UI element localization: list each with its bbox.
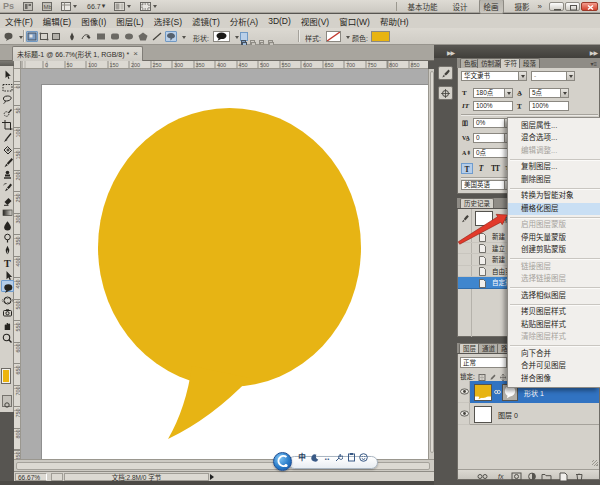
context-menu-item[interactable]: 图层属性... xyxy=(508,120,600,133)
add-shape-area-button[interactable] xyxy=(240,32,248,41)
language-field[interactable]: 美国英语 xyxy=(461,180,513,190)
context-menu-item[interactable]: 选择链接图层 xyxy=(508,273,600,286)
faux-bold-button[interactable]: T xyxy=(461,163,473,174)
menu-item[interactable]: 窗口(W) xyxy=(334,15,375,27)
tool-zoom-icon[interactable] xyxy=(1,331,14,343)
tab-channels[interactable]: 通道 xyxy=(478,343,499,353)
vertical-scale-field[interactable]: 100% xyxy=(473,101,513,111)
mini-bridge-icon[interactable]: Mb xyxy=(42,1,52,11)
font-family-dropdown-icon[interactable] xyxy=(518,72,526,80)
workspace-design[interactable]: 设计 xyxy=(449,0,472,13)
arrange-documents-icon[interactable] xyxy=(114,1,131,11)
context-menu-item[interactable]: 停用矢量蒙版 xyxy=(508,232,600,245)
context-menu-item[interactable]: 复制图层... xyxy=(508,161,600,174)
ruler-corner[interactable] xyxy=(14,61,21,69)
context-menu-item[interactable]: 链接图层 xyxy=(508,261,600,274)
style-none-swatch[interactable] xyxy=(326,31,341,42)
context-menu-item[interactable]: 转换为智能对象 xyxy=(508,190,600,203)
brush-panel-icon[interactable] xyxy=(438,66,453,80)
screen-mode-icon[interactable] xyxy=(140,1,157,11)
context-menu-item[interactable]: 粘贴图层样式 xyxy=(508,319,600,332)
rounded-rectangle-tool-icon[interactable] xyxy=(109,31,121,42)
clipboard-icon[interactable] xyxy=(346,451,356,464)
quick-mask-button[interactable] xyxy=(2,395,12,407)
layer-name[interactable]: 图层 0 xyxy=(498,410,518,420)
menu-item[interactable]: 分析(A) xyxy=(225,15,263,27)
tool-crop-icon[interactable] xyxy=(1,117,14,129)
tool-dodge-icon[interactable] xyxy=(1,230,14,242)
default-colors-icon[interactable] xyxy=(1,361,8,367)
close-button[interactable] xyxy=(581,2,598,11)
font-size-field[interactable]: 180点 xyxy=(473,88,513,98)
collapse-dock-left-icon[interactable]: ▶▶ xyxy=(447,49,454,56)
context-menu-item[interactable]: 混合选项... xyxy=(508,132,600,145)
pen-tool-icon[interactable] xyxy=(66,31,78,42)
panel-menu-icon[interactable]: ▾≡ xyxy=(590,60,597,67)
subtract-shape-area-button[interactable] xyxy=(249,32,257,41)
status-menu-arrow[interactable] xyxy=(210,474,214,480)
polygon-tool-icon[interactable] xyxy=(137,31,149,42)
view-extras-icon[interactable] xyxy=(61,1,77,11)
tool-rect-marquee-icon[interactable] xyxy=(1,80,14,92)
menu-item[interactable]: 图层(L) xyxy=(111,15,148,27)
chinese-mode-icon[interactable]: 中 xyxy=(297,451,307,464)
custom-shape-tool-icon[interactable] xyxy=(165,31,177,42)
context-menu-item[interactable] xyxy=(508,186,600,190)
wrench-icon[interactable] xyxy=(334,451,344,464)
tools-panel-grip[interactable] xyxy=(0,61,14,66)
tool-3d-camera-icon[interactable] xyxy=(1,305,14,317)
tool-eyedropper-icon[interactable] xyxy=(1,130,14,142)
context-menu-item[interactable]: 启用图层蒙版 xyxy=(508,219,600,232)
layer-row-layer0[interactable]: 图层 0 xyxy=(458,403,599,425)
tool-eraser-icon[interactable] xyxy=(1,193,14,205)
shape-tools-caret[interactable] xyxy=(182,36,186,39)
smiley-icon[interactable] xyxy=(358,451,368,464)
context-menu-item[interactable]: 拷贝图层样式 xyxy=(508,306,600,319)
font-family-field[interactable]: 华文隶书 xyxy=(461,71,527,81)
clone-source-panel-icon[interactable] xyxy=(438,86,453,100)
visibility-cell[interactable] xyxy=(458,381,470,403)
panel-resize-grip[interactable] xyxy=(592,460,598,466)
menu-item[interactable]: 滤镜(T) xyxy=(187,15,225,27)
tool-pen-icon[interactable] xyxy=(1,243,14,255)
context-menu-item[interactable]: 合并可见图层 xyxy=(508,360,600,373)
context-menu-item[interactable]: 编辑调整... xyxy=(508,145,600,158)
tab-character[interactable]: 字符 xyxy=(500,58,521,68)
context-menu-item[interactable] xyxy=(508,286,600,290)
exclude-shape-area-button[interactable] xyxy=(267,32,275,41)
menu-item[interactable]: 3D(D) xyxy=(263,16,296,26)
tool-type-icon[interactable]: T xyxy=(1,255,14,267)
menu-item[interactable]: 帮助(H) xyxy=(375,15,414,27)
context-menu-item[interactable]: 选择相似图层 xyxy=(508,290,600,303)
tool-brush-icon[interactable] xyxy=(1,155,14,167)
context-menu-item[interactable] xyxy=(508,157,600,161)
horizontal-scale-field[interactable]: 100% xyxy=(529,101,569,111)
visibility-cell[interactable] xyxy=(458,403,470,425)
context-menu-item[interactable]: 拼合图像 xyxy=(508,373,600,386)
custom-shape-preview-caret[interactable] xyxy=(235,36,239,39)
blend-mode-field[interactable]: 正常 xyxy=(460,357,507,368)
menu-item[interactable]: 文件(F) xyxy=(0,15,38,27)
tool-quick-select-icon[interactable] xyxy=(1,105,14,117)
foreground-color-swatch[interactable] xyxy=(1,368,11,384)
tool-custom-shape-icon[interactable] xyxy=(1,280,14,292)
workspace-photography[interactable]: 摄影 xyxy=(511,0,534,13)
line-tool-icon[interactable] xyxy=(151,31,163,42)
context-menu-item[interactable] xyxy=(508,344,600,348)
tab-close-icon[interactable]: × xyxy=(133,51,138,57)
tool-gradient-icon[interactable] xyxy=(1,205,14,217)
tool-blur-icon[interactable] xyxy=(1,218,14,230)
shape-layers-button[interactable] xyxy=(26,31,38,42)
tool-hand-icon[interactable] xyxy=(1,318,14,330)
document-tab[interactable]: 未标题-1 @ 66.7%(形状 1, RGB/8) * × xyxy=(12,46,143,61)
menu-item[interactable]: 图像(I) xyxy=(76,15,111,27)
menu-item[interactable]: 选择(S) xyxy=(149,15,187,27)
menu-item[interactable]: 视图(V) xyxy=(296,15,334,27)
paths-button[interactable] xyxy=(38,31,50,42)
half-moon-icon[interactable] xyxy=(310,451,320,464)
speech-bubble-shape[interactable] xyxy=(21,69,428,459)
workspace-painting[interactable]: 绘画 xyxy=(479,0,504,14)
workspace-essentials[interactable]: 基本功能 xyxy=(404,0,442,13)
rectangle-tool-icon[interactable] xyxy=(95,31,107,42)
tool-spot-healing-icon[interactable] xyxy=(1,142,14,154)
